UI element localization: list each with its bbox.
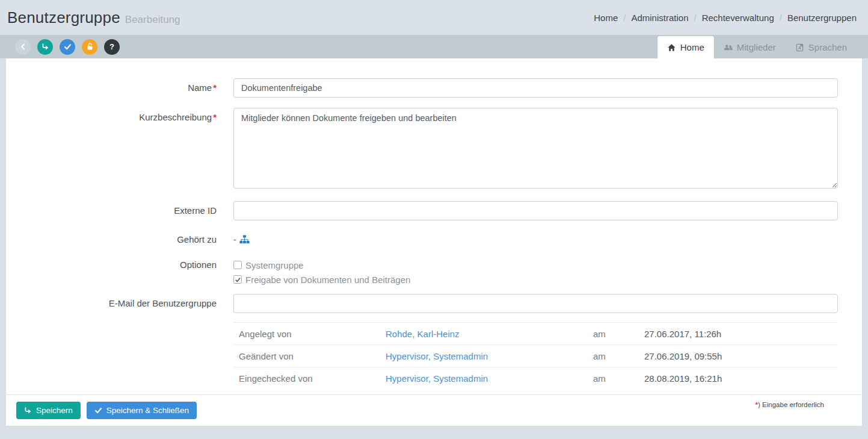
audit-am: am — [593, 373, 644, 384]
save-button[interactable]: Speichern — [16, 402, 81, 419]
unlock-icon — [86, 43, 94, 51]
toolbar: ? Home Mitglieder A Sprachen — [0, 35, 868, 58]
save-button-toolbar[interactable] — [37, 39, 53, 55]
form-row-name: Name* — [6, 78, 862, 98]
breadcrumb-separator: / — [623, 13, 626, 23]
table-row: Eingechecked von Hypervisor, Systemadmin… — [233, 367, 838, 389]
tab-label: Mitglieder — [737, 42, 776, 52]
kurzbeschreibung-textarea[interactable]: Mitglieder können Dokumente freigeben un… — [233, 108, 838, 188]
form-row-gehoert-zu: Gehört zu - — [6, 232, 862, 244]
name-label: Name* — [6, 78, 233, 98]
audit-am: am — [593, 329, 644, 339]
audit-label: Angelegt von — [239, 329, 386, 339]
gehoert-zu-value: - — [233, 234, 236, 244]
breadcrumb-separator: / — [780, 13, 782, 23]
toolbar-buttons: ? — [0, 35, 120, 58]
breadcrumb-benutzergruppen[interactable]: Benutzergruppen — [787, 13, 857, 23]
audit-label: Eingechecked von — [239, 373, 386, 384]
breadcrumb-separator: / — [694, 13, 696, 23]
externe-id-label: Externe ID — [6, 201, 233, 220]
freigabe-label: Freigabe von Dokumenten und Beiträgen — [245, 275, 410, 285]
form-row-optionen: Optionen Systemgruppe Freigabe von Dokum… — [6, 258, 862, 287]
name-input[interactable] — [233, 78, 838, 98]
form-row-email: E-Mail der Benutzergruppe — [6, 294, 862, 313]
form-row-kurzbeschreibung: Kurzbeschreibung* Mitglieder können Doku… — [6, 108, 862, 191]
audit-user-link[interactable]: Rohde, Karl-Heinz — [386, 329, 460, 339]
email-input[interactable] — [233, 294, 838, 313]
form-panel: Name* Kurzbeschreibung* Mitglieder könne… — [6, 58, 862, 426]
page-subtitle: Bearbeitung — [125, 14, 180, 26]
question-icon: ? — [109, 42, 114, 51]
home-icon — [667, 43, 676, 52]
unlock-button[interactable] — [82, 39, 97, 55]
breadcrumb-rechteverwaltung[interactable]: Rechteverwaltung — [702, 13, 774, 23]
tab-mitglieder[interactable]: Mitglieder — [714, 36, 786, 58]
tab-label: Sprachen — [808, 42, 847, 52]
save-close-button-toolbar[interactable] — [60, 39, 75, 55]
check-icon — [94, 406, 102, 414]
audit-table: Angelegt von Rohde, Karl-Heinz am 27.06.… — [233, 322, 838, 389]
required-star: * — [213, 112, 217, 122]
freigabe-checkbox[interactable] — [233, 275, 242, 284]
panel-footer: Speichern Speichern & Schließen *) Einga… — [6, 394, 862, 426]
table-row: Angelegt von Rohde, Karl-Heinz am 27.06.… — [233, 322, 838, 344]
audit-am: am — [593, 351, 644, 361]
language-icon: A — [795, 43, 804, 52]
audit-label: Geändert von — [239, 351, 386, 361]
checkmark-icon — [235, 276, 241, 283]
audit-user-link[interactable]: Hypervisor, Systemadmin — [386, 351, 488, 361]
form-row-externe-id: Externe ID — [6, 201, 862, 220]
breadcrumb: Home / Administration / Rechteverwaltung… — [594, 13, 857, 23]
check-icon — [64, 43, 72, 51]
tab-bar: Home Mitglieder A Sprachen — [657, 36, 857, 58]
page-title: Benutzergruppe — [7, 8, 120, 27]
required-note: *) Eingabe erforderlich — [756, 395, 824, 408]
table-row: Geändert von Hypervisor, Systemadmin am … — [233, 344, 838, 367]
breadcrumb-administration[interactable]: Administration — [631, 13, 688, 23]
audit-user-link[interactable]: Hypervisor, Systemadmin — [386, 373, 488, 384]
optionen-label: Optionen — [6, 258, 233, 287]
tab-label: Home — [680, 42, 704, 52]
tab-home[interactable]: Home — [657, 36, 714, 58]
option-systemgruppe: Systemgruppe — [233, 258, 838, 272]
email-label: E-Mail der Benutzergruppe — [6, 294, 233, 313]
systemgruppe-label: Systemgruppe — [245, 260, 304, 270]
systemgruppe-checkbox[interactable] — [233, 261, 242, 269]
page-header: Benutzergruppe Bearbeitung Home / Admini… — [0, 0, 868, 35]
save-and-close-button[interactable]: Speichern & Schließen — [87, 402, 197, 419]
back-button[interactable] — [15, 39, 31, 55]
save-arrow-icon — [24, 406, 32, 414]
chevron-left-icon — [19, 43, 27, 51]
required-star: * — [213, 83, 217, 93]
externe-id-input[interactable] — [233, 201, 838, 220]
save-arrow-icon — [42, 43, 49, 51]
users-icon — [724, 43, 733, 52]
tab-sprachen[interactable]: A Sprachen — [786, 36, 857, 58]
audit-date: 27.06.2017, 11:26h — [644, 329, 721, 339]
help-button[interactable]: ? — [104, 39, 120, 55]
option-freigabe: Freigabe von Dokumenten und Beiträgen — [233, 272, 838, 287]
gehoert-zu-label: Gehört zu — [6, 232, 233, 244]
audit-date: 27.06.2019, 09:55h — [644, 351, 722, 361]
breadcrumb-home[interactable]: Home — [594, 13, 618, 23]
audit-date: 28.08.2019, 16:21h — [644, 373, 722, 384]
sitemap-icon[interactable] — [239, 235, 250, 244]
kurzbeschreibung-label: Kurzbeschreibung* — [6, 108, 233, 191]
